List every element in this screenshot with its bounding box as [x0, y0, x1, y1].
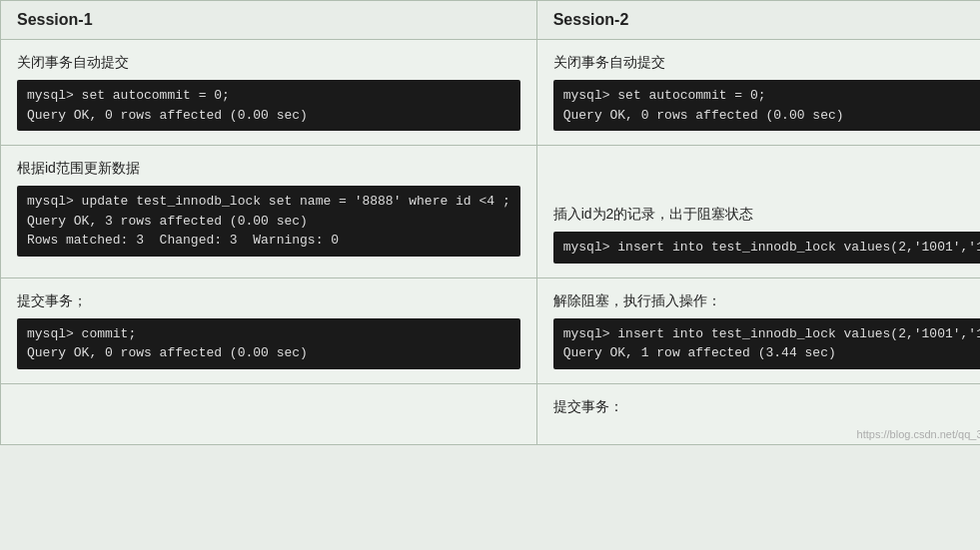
row2-left: 根据id范围更新数据 mysql> update test_innodb_loc… [1, 146, 537, 278]
row1-right-label: 关闭事务自动提交 [553, 54, 980, 72]
row1-left-terminal: mysql> set autocommit = 0; Query OK, 0 r… [17, 80, 520, 131]
row3-left-label: 提交事务； [17, 292, 520, 310]
session2-header: Session-2 [537, 1, 980, 40]
row3-right: 解除阻塞，执行插入操作： mysql> insert into test_inn… [537, 278, 980, 384]
row3-right-label: 解除阻塞，执行插入操作： [553, 292, 980, 310]
row4-left [1, 384, 537, 444]
main-container: Session-1 Session-2 关闭事务自动提交 mysql> set … [0, 0, 980, 445]
row3-left: 提交事务； mysql> commit; Query OK, 0 rows af… [1, 278, 537, 384]
session1-title: Session-1 [17, 11, 93, 28]
session1-header: Session-1 [1, 1, 537, 40]
watermark: https://blog.csdn.net/qq_36205206 [857, 428, 980, 440]
row1-right-terminal: mysql> set autocommit = 0; Query OK, 0 r… [553, 80, 980, 131]
row2-right-label: 插入id为2的记录，出于阻塞状态 [553, 206, 980, 224]
row2-left-label: 根据id范围更新数据 [17, 160, 520, 178]
row1-left: 关闭事务自动提交 mysql> set autocommit = 0; Quer… [1, 40, 537, 146]
row2-right: 插入id为2的记录，出于阻塞状态 mysql> insert into test… [537, 146, 980, 278]
row1-left-label: 关闭事务自动提交 [17, 54, 520, 72]
session2-title: Session-2 [553, 11, 629, 28]
row1-right: 关闭事务自动提交 mysql> set autocommit = 0; Quer… [537, 40, 980, 146]
row4-right-label: 提交事务： [553, 398, 980, 416]
row3-right-terminal: mysql> insert into test_innodb_lock valu… [553, 318, 980, 369]
row3-left-terminal: mysql> commit; Query OK, 0 rows affected… [17, 318, 520, 369]
row2-left-terminal: mysql> update test_innodb_lock set name … [17, 186, 520, 257]
row2-right-terminal: mysql> insert into test_innodb_lock valu… [553, 232, 980, 264]
row4-right: 提交事务： https://blog.csdn.net/qq_36205206 [537, 384, 980, 444]
